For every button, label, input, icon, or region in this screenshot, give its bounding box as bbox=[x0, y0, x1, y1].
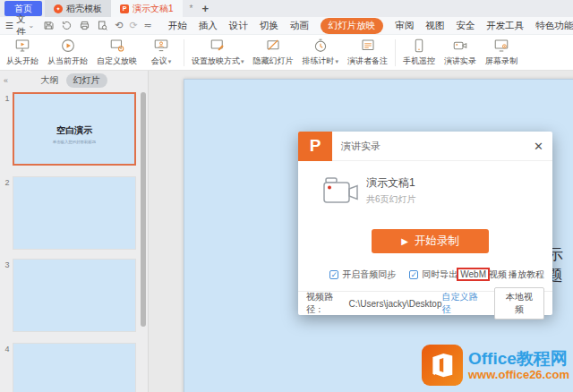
watermark-title: Office教程网 bbox=[468, 350, 569, 368]
editing-canvas: 示题 Office教程网 www.office26.com P 演讲实录 ✕ bbox=[149, 71, 573, 392]
slide-panel-header: « 大纲 幻灯片 bbox=[0, 71, 148, 90]
window-tab-strip: 首页 ✦ 稻壳模板 P 演示文稿1 * + bbox=[0, 0, 573, 17]
timer-icon bbox=[312, 38, 329, 54]
collapse-panel-icon[interactable]: « bbox=[4, 76, 8, 85]
slide-number: 4 bbox=[4, 345, 11, 354]
custom-path-link[interactable]: 自定义路径 bbox=[441, 291, 484, 316]
ribbon-toolbar: 从头开始 从当前开始 自定义放映 会议▾ 设置放映方式▾ 隐藏幻灯片 排练计时▾… bbox=[0, 35, 573, 71]
video-camera-icon bbox=[452, 38, 468, 54]
show-settings-icon bbox=[210, 38, 226, 54]
notes-icon bbox=[360, 38, 376, 54]
format-painter-icon[interactable]: ≂ bbox=[144, 20, 152, 31]
redo-icon[interactable]: ⟳ bbox=[129, 20, 137, 31]
tab-docer-label: 稻壳模板 bbox=[66, 3, 102, 15]
ribbon-speaker-notes-button[interactable]: 演讲者备注 bbox=[343, 36, 392, 69]
menu-item-insert[interactable]: 插入 bbox=[199, 20, 218, 32]
play-circle-icon bbox=[60, 38, 76, 54]
tutorial-link[interactable]: 播放教程 bbox=[509, 268, 544, 281]
export-webm-label: 同时导出WebM视频 bbox=[422, 268, 507, 281]
slide-thumbnail-1[interactable]: 空白演示 单击输入您的封面副标题 bbox=[13, 92, 136, 166]
content-area: « 大纲 幻灯片 1 空白演示 单击输入您的封面副标题 2 3 4 示题 Off… bbox=[0, 71, 573, 392]
menu-item-review[interactable]: 审阅 bbox=[395, 20, 414, 32]
menu-items: 开始 插入 设计 切换 动画 幻灯片放映 审阅 视图 安全 开发工具 特色功能 bbox=[168, 18, 573, 34]
menu-item-start[interactable]: 开始 bbox=[168, 20, 187, 32]
menu-item-transition[interactable]: 切换 bbox=[260, 20, 278, 32]
slide-number: 2 bbox=[4, 178, 11, 187]
local-video-button[interactable]: 本地视频 bbox=[494, 287, 544, 320]
hamburger-icon: ☰ bbox=[5, 21, 13, 30]
watermark-url: www.office26.com bbox=[468, 368, 569, 381]
ribbon-label: 排练计时▾ bbox=[303, 55, 339, 67]
ribbon-screen-record-button[interactable]: 屏幕录制 bbox=[481, 36, 522, 69]
ribbon-phone-remote-button[interactable]: 手机遥控 bbox=[398, 36, 440, 69]
ribbon-meeting-button[interactable]: 会议▾ bbox=[141, 36, 181, 69]
save-icon[interactable] bbox=[43, 20, 55, 31]
ribbon-from-beginning-button[interactable]: 从头开始 bbox=[2, 36, 43, 69]
menu-item-view[interactable]: 视图 bbox=[425, 20, 444, 32]
audio-sync-checkbox[interactable]: ✓ 开启音频同步 bbox=[329, 268, 396, 281]
wpp-file-icon: P bbox=[120, 4, 129, 13]
menu-item-slideshow-active[interactable]: 幻灯片放映 bbox=[321, 18, 384, 34]
print-icon[interactable] bbox=[79, 20, 90, 31]
chevron-down-icon: ⌄ bbox=[28, 21, 34, 30]
ribbon-label: 自定义放映 bbox=[97, 55, 137, 67]
sidebar-scrollbar[interactable] bbox=[141, 92, 146, 327]
phone-icon bbox=[411, 38, 427, 54]
slide-number: 3 bbox=[4, 260, 11, 269]
ribbon-hide-slide-button[interactable]: 隐藏幻灯片 bbox=[249, 36, 298, 69]
ribbon-label: 从头开始 bbox=[6, 55, 38, 67]
video-camera-icon bbox=[321, 176, 361, 209]
ribbon-separator bbox=[184, 39, 184, 66]
dialog-options-row: ✓ 开启音频同步 ✓ 同时导出WebM视频 播放教程 bbox=[298, 268, 544, 281]
menu-bar: ☰ 文件 ⌄ ⟲ ⟳ ≂ 开始 插入 设计 切换 动画 幻灯片放映 审阅 视图 … bbox=[0, 17, 573, 35]
video-path-label: 视频路径： bbox=[306, 291, 349, 316]
ribbon-from-current-button[interactable]: 从当前开始 bbox=[43, 36, 92, 69]
screen-record-icon bbox=[493, 38, 509, 54]
ribbon-custom-show-button[interactable]: 自定义放映 bbox=[92, 36, 141, 69]
slide-title: 空白演示 bbox=[14, 124, 134, 137]
ribbon-label: 屏幕录制 bbox=[485, 55, 517, 67]
slide-panel: « 大纲 幻灯片 1 空白演示 单击输入您的封面副标题 2 3 4 bbox=[0, 71, 149, 392]
hide-slide-icon bbox=[265, 38, 281, 54]
tab-document[interactable]: P 演示文稿1 bbox=[111, 0, 183, 17]
office-logo-icon bbox=[422, 345, 463, 386]
tab-document-label: 演示文稿1 bbox=[133, 3, 174, 15]
tab-docer-templates[interactable]: ✦ 稻壳模板 bbox=[45, 0, 111, 17]
dropdown-arrow-icon: ▾ bbox=[336, 58, 339, 65]
ribbon-label: 设置放映方式▾ bbox=[192, 55, 244, 67]
menu-item-devtools[interactable]: 开发工具 bbox=[486, 20, 524, 32]
video-path-value: C:\Users\jacky\Desktop bbox=[349, 299, 442, 309]
dropdown-arrow-icon: ▾ bbox=[241, 58, 244, 65]
new-tab-button[interactable]: + bbox=[201, 2, 209, 15]
tab-outline[interactable]: 大纲 bbox=[41, 74, 59, 87]
ribbon-label: 手机遥控 bbox=[403, 55, 435, 67]
checkbox-checked-icon: ✓ bbox=[409, 270, 418, 279]
ribbon-record-show-button[interactable]: 演讲实录 bbox=[440, 36, 481, 69]
dialog-title: 演讲实录 bbox=[341, 140, 381, 153]
slide-thumbnail-2[interactable] bbox=[13, 176, 136, 250]
output-icon[interactable] bbox=[61, 20, 73, 31]
slide-thumbnail-3[interactable] bbox=[13, 259, 136, 332]
print-preview-icon[interactable] bbox=[97, 20, 108, 31]
quick-access-toolbar: ⟲ ⟳ ≂ bbox=[39, 20, 159, 31]
monitor-play-icon bbox=[14, 38, 30, 54]
ribbon-rehearse-timing-button[interactable]: 排练计时▾ bbox=[298, 36, 344, 69]
ribbon-label: 演讲者备注 bbox=[347, 55, 388, 67]
dialog-header: P 演讲实录 ✕ bbox=[298, 132, 552, 161]
menu-item-animation[interactable]: 动画 bbox=[290, 20, 309, 32]
tab-modified-indicator: * bbox=[190, 4, 193, 13]
menu-item-security[interactable]: 安全 bbox=[456, 20, 475, 32]
site-watermark: Office教程网 www.office26.com bbox=[422, 345, 569, 386]
ribbon-label: 从当前开始 bbox=[47, 55, 88, 67]
menu-item-design[interactable]: 设计 bbox=[229, 20, 248, 32]
slide-thumbnail-4[interactable] bbox=[13, 343, 136, 392]
dialog-doc-name: 演示文稿1 bbox=[366, 175, 415, 191]
start-recording-button[interactable]: ▶ 开始录制 bbox=[372, 229, 489, 253]
play-icon: ▶ bbox=[401, 236, 408, 246]
menu-item-features[interactable]: 特色功能 bbox=[535, 20, 573, 32]
tab-slides[interactable]: 幻灯片 bbox=[66, 73, 107, 88]
ribbon-show-settings-button[interactable]: 设置放映方式▾ bbox=[187, 36, 249, 69]
undo-icon[interactable]: ⟲ bbox=[115, 20, 123, 31]
export-webm-checkbox[interactable]: ✓ 同时导出WebM视频 播放教程 bbox=[409, 268, 544, 281]
close-icon[interactable]: ✕ bbox=[534, 140, 543, 153]
